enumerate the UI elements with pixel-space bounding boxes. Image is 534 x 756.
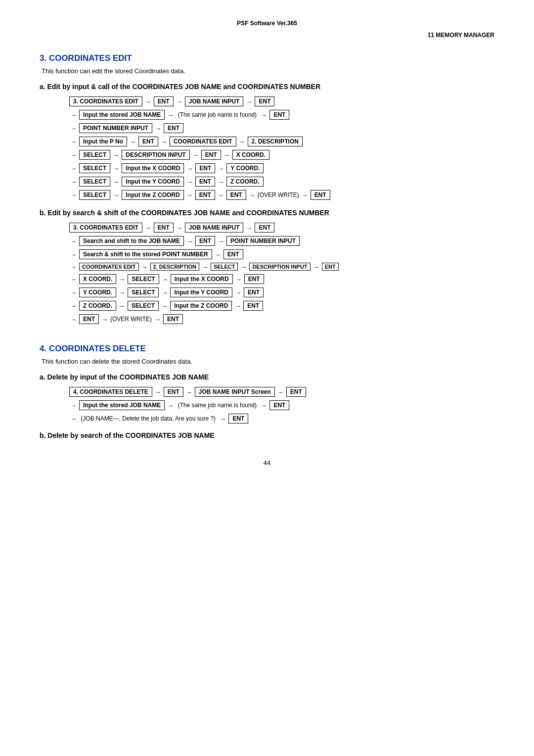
arrow: → <box>161 289 168 296</box>
arrow: → <box>113 151 119 159</box>
arrow: → <box>313 263 319 271</box>
flow-a3: → POINT NUMBER INPUT → ENT <box>69 123 494 133</box>
subsection-4a-title: a. Delete by input of the COORDINATES JO… <box>40 373 494 381</box>
arrow: → <box>119 276 125 283</box>
box-ent: ENT <box>201 150 221 160</box>
arrow: → <box>176 98 182 105</box>
box-job-name-input-b1: JOB NAME INPUT <box>185 223 244 233</box>
flow-a1: 3. COORDINATES EDIT → ENT → JOB NAME INP… <box>69 96 494 106</box>
arrow: → <box>70 415 77 423</box>
section-4-desc: This function can delete the stored Coor… <box>42 358 494 365</box>
flow-a2: → Input the stored JOB NAME → (The same … <box>69 110 494 120</box>
arrow: → <box>154 316 161 323</box>
box-select-b5: SELECT <box>128 274 159 284</box>
arrow: → <box>261 111 267 119</box>
box-ent: ENT <box>154 223 174 233</box>
box-ent: ENT <box>269 400 289 410</box>
box-search-shift-point-b3: Search & shift to the stored POINT NUMBE… <box>79 249 212 259</box>
box-select-b4: SELECT <box>211 263 238 271</box>
arrow: → <box>145 98 151 105</box>
box-input-p-no: Input the P No <box>79 137 127 146</box>
flow-a4: → Input the P No → ENT → COORDINATES EDI… <box>69 137 494 146</box>
box-coordinates-edit-a4: COORDINATES EDIT <box>170 137 236 146</box>
flow-b2: → Search and shift to the JOB NAME → ENT… <box>69 236 494 246</box>
software-title: PSF Software Ver.365 <box>237 20 297 27</box>
arrow: → <box>70 125 77 132</box>
box-select-b6: SELECT <box>128 287 159 297</box>
arrow: → <box>70 402 77 409</box>
paren-overwrite-a: (OVER WRITE) <box>258 191 299 198</box>
box-z-coord-b7: Z COORD. <box>79 301 116 311</box>
subsection-3b-title: b. Edit by search & shift of the COORDIN… <box>40 209 494 217</box>
arrow: → <box>246 224 252 232</box>
flow-b4: → COORDINATES EDIT → 2. DESCRIPTION → SE… <box>69 263 494 271</box>
arrow: → <box>113 191 119 199</box>
flow-a6: → SELECT → Input the X COORD → ENT → Y C… <box>69 163 494 173</box>
page-number: 44 <box>40 459 494 467</box>
arrow: → <box>70 251 77 258</box>
arrow: → <box>70 302 77 310</box>
box-ent: ENT <box>269 110 289 120</box>
box-job-name-input-screen-da1: JOB NAME INPUT Screen <box>195 387 275 397</box>
arrow: → <box>70 111 77 119</box>
box-select-a6: SELECT <box>79 163 110 173</box>
arrow: → <box>70 151 77 159</box>
box-coordinates-edit-b4: COORDINATES EDIT <box>79 263 139 271</box>
arrow: → <box>141 263 148 271</box>
arrow: → <box>119 302 125 310</box>
arrow: → <box>277 388 284 396</box>
box-input-y-coord-b6: Input the Y COORD <box>170 287 232 297</box>
section-3-title: 3. COORDINATES EDIT <box>40 53 494 63</box>
section-3-desc: This function can edit the stored Coordi… <box>42 67 494 75</box>
arrow: → <box>186 237 193 245</box>
chapter-label: 11 MEMORY MANAGER <box>428 32 494 39</box>
flow-b8: → ENT → (OVER WRITE) → ENT <box>69 314 494 324</box>
box-input-stored-jobname-a: Input the stored JOB NAME <box>79 110 165 120</box>
arrow: → <box>155 125 161 132</box>
section-4-title: 4. COORDINATES DELETE <box>40 344 494 354</box>
arrow: → <box>186 191 193 199</box>
arrow: → <box>101 316 108 323</box>
box-description-input-a5: DESCRIPTION INPUT <box>122 150 189 160</box>
arrow: → <box>218 191 224 199</box>
arrow: → <box>70 316 77 323</box>
arrow: → <box>70 263 77 271</box>
flow-a8: → SELECT → Input the Z COORD → ENT → ENT… <box>69 190 494 200</box>
arrow: → <box>186 388 192 396</box>
flow-b3: → Search & shift to the stored POINT NUM… <box>69 249 494 259</box>
box-2-description-b4: 2. DESCRIPTION <box>150 263 199 271</box>
box-ent: ENT <box>164 387 183 397</box>
flow-a7: → SELECT → Input the Y COORD → ENT → Z C… <box>69 177 494 187</box>
box-4-coordinates-delete-da1: 4. COORDINATES DELETE <box>69 387 152 397</box>
flow-b7: → Z COORD. → SELECT → Input the Z COORD … <box>69 301 494 311</box>
arrow: → <box>113 178 119 186</box>
box-ent: ENT <box>243 301 263 311</box>
arrow: → <box>161 302 168 310</box>
box-input-y-coord-a7: Input the Y COORD <box>122 177 184 187</box>
box-input-z-coord-b7: Input the Z COORD <box>170 301 232 311</box>
subsection-3b: b. Edit by search & shift of the COORDIN… <box>40 209 494 324</box>
subsection-4b-title: b. Delete by search of the COORDINATES J… <box>40 431 494 439</box>
flow-b5: → X COORD. → SELECT → Input the X COORD … <box>69 274 494 284</box>
arrow: → <box>215 251 221 258</box>
page: PSF Software Ver.365 11 MEMORY MANAGER 3… <box>0 0 534 486</box>
box-description-input-b4: DESCRIPTION INPUT <box>249 263 310 271</box>
arrow: → <box>70 165 77 172</box>
subsection-3a-title: a. Edit by input & call of the COORDINAT… <box>40 83 494 91</box>
arrow: → <box>70 178 77 186</box>
flow-da1: 4. COORDINATES DELETE → ENT → JOB NAME I… <box>69 387 494 397</box>
arrow: → <box>162 276 168 283</box>
box-job-name-input-a1: JOB NAME INPUT <box>185 96 244 106</box>
arrow: → <box>239 138 245 145</box>
arrow: → <box>223 151 230 159</box>
box-coordinates-edit-b1: 3. COORDINATES EDIT <box>69 223 142 233</box>
arrow: → <box>186 178 193 186</box>
box-x-coord-b5: X COORD. <box>79 274 116 284</box>
arrow: → <box>235 276 242 283</box>
arrow: → <box>70 289 77 296</box>
section-3: 3. COORDINATES EDIT This function can ed… <box>40 53 494 324</box>
chapter-header: 11 MEMORY MANAGER <box>40 32 494 39</box>
arrow: → <box>70 276 77 283</box>
box-ent: ENT <box>195 163 215 173</box>
box-ent: ENT <box>244 274 264 284</box>
